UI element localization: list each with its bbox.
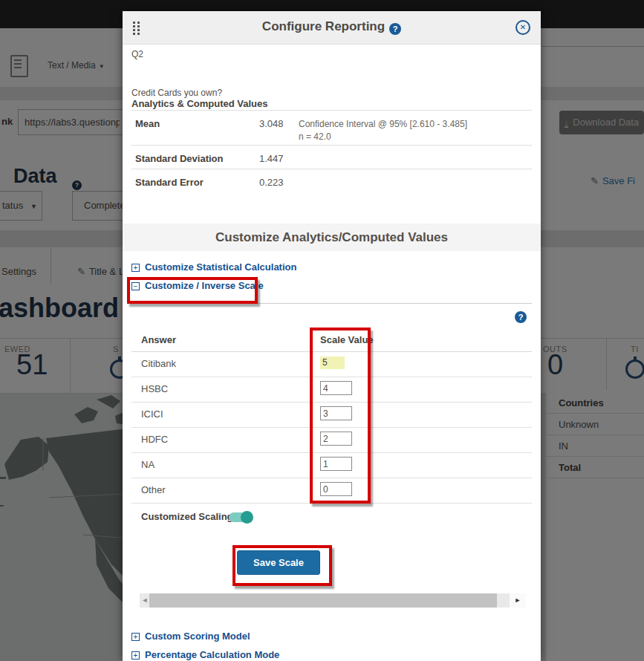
expand-icon[interactable]: + [131,264,140,272]
answer-column-header: Answer [141,334,176,345]
analytics-row-mean: Mean 3.048 Confidence Interval @ 95% [2.… [131,110,532,146]
custom-scoring-model-link[interactable]: +Custom Scoring Model [131,631,250,642]
scroll-left-arrow[interactable]: ◄ [140,593,150,608]
customize-section-heading: Customize Analytics/Computed Values [123,224,541,251]
modal-title: Configure Reporting? [123,19,541,35]
customized-scaling-toggle[interactable] [229,512,252,522]
sample-size-text: n = 42.0 [299,131,331,142]
analytics-label: Standard Deviation [135,153,223,164]
question-text: Credit Cards you own? [131,88,222,98]
close-icon[interactable]: ✕ [515,20,530,35]
link-label: Customize Statistical Calculation [145,261,296,273]
scroll-right-arrow[interactable]: ► [510,593,526,608]
analytics-value: 0.223 [259,177,284,188]
help-icon[interactable]: ? [389,23,401,35]
answer-label: ICICI [141,408,163,420]
expand-icon[interactable]: + [131,651,140,660]
percentage-calculation-mode-link[interactable]: +Percentage Calculation Mode [131,649,279,661]
help-icon[interactable]: ? [515,311,527,323]
analytics-note: Confidence Interval @ 95% [2.610 - 3.485… [299,118,467,143]
analytics-row-stddev: Standard Deviation 1.447 [131,145,532,169]
expand-icon[interactable]: + [131,633,140,641]
confidence-interval-text: Confidence Interval @ 95% [2.610 - 3.485… [299,119,467,129]
analytics-heading: Analytics & Computed Values [131,98,268,109]
scrollbar-thumb[interactable] [149,593,497,608]
analytics-value: 3.048 [259,118,284,129]
analytics-label: Standard Error [135,177,204,188]
horizontal-scrollbar[interactable]: ◄ ► [140,593,526,608]
app-root: Text / Media▼ nk ↓Download Data Data ? ✎… [0,0,644,661]
customized-scaling-label: Customized Scaling [141,511,233,522]
modal-title-text: Configure Reporting [262,19,385,33]
link-label: Custom Scoring Model [145,631,250,642]
customize-statistical-calculation-link[interactable]: +Customize Statistical Calculation [131,261,296,273]
annotation-box-save-button [232,545,332,586]
link-label: Percentage Calculation Mode [145,649,279,660]
answer-label: HDFC [141,434,168,445]
annotation-box-scale-values [310,328,371,504]
answer-label: Citibank [141,358,176,369]
answer-label: Other [141,484,166,495]
analytics-value: 1.447 [259,153,284,164]
analytics-label: Mean [135,118,160,129]
question-code: Q2 [131,49,143,59]
analytics-row-stderr: Standard Error 0.223 [131,169,532,193]
answer-label: HSBC [141,383,168,394]
annotation-box-inverse-scale [127,277,258,304]
answer-label: NA [141,459,155,470]
